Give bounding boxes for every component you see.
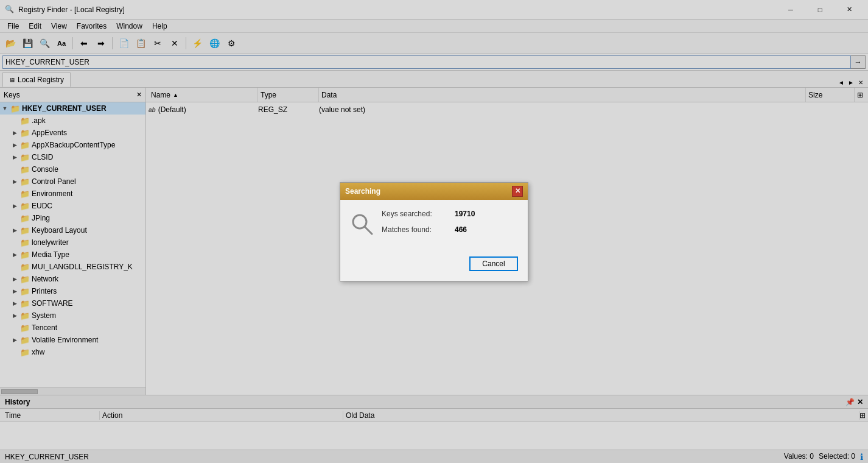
search-dialog: Searching ✕ Keys searched: 19710 Matches… <box>340 182 528 281</box>
keys-searched-label: Keys searched: <box>382 210 455 218</box>
matches-found-label: Matches found: <box>382 225 455 234</box>
cancel-button[interactable]: Cancel <box>469 256 518 271</box>
dialog-title: Searching <box>345 187 512 196</box>
dialog-keys-row: Keys searched: 19710 <box>382 210 518 218</box>
modal-overlay: Searching ✕ Keys searched: 19710 Matches… <box>0 0 868 463</box>
dialog-footer: Cancel <box>340 252 528 281</box>
dialog-close-button[interactable]: ✕ <box>512 186 523 197</box>
dialog-matches-row: Matches found: 466 <box>382 225 518 234</box>
dialog-body: Keys searched: 19710 Matches found: 466 <box>340 200 528 252</box>
svg-line-1 <box>365 227 372 234</box>
dialog-info: Keys searched: 19710 Matches found: 466 <box>382 210 518 242</box>
matches-found-value: 466 <box>455 225 467 234</box>
dialog-search-icon <box>350 212 374 242</box>
keys-searched-value: 19710 <box>455 210 475 218</box>
dialog-title-bar: Searching ✕ <box>340 183 528 200</box>
